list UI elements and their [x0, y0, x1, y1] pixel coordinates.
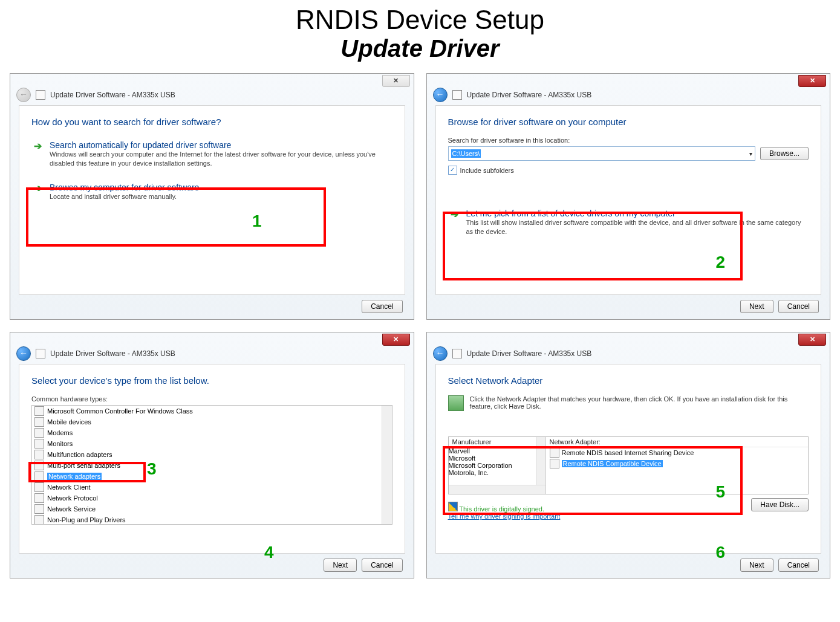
chip-icon	[36, 349, 45, 358]
path-combobox[interactable]: C:\Users\ ▾	[448, 146, 755, 161]
adapter-selector: Manufacturer Marvell Microsoft Microsoft…	[448, 436, 809, 494]
search-location-label: Search for driver software in this locat…	[448, 137, 809, 144]
next-button[interactable]: Next	[324, 559, 357, 572]
option-desc: Windows will search your computer and th…	[50, 150, 390, 168]
back-button: ←	[16, 88, 31, 102]
shield-icon	[448, 502, 458, 511]
screenshot-2: ✕ ← Update Driver Software - AM335x USB …	[426, 73, 831, 320]
arrow-icon: ➔	[451, 209, 458, 220]
window-title: Update Driver Software - AM335x USB	[50, 349, 175, 358]
arrow-icon: ➔	[34, 183, 42, 194]
cancel-button[interactable]: Cancel	[362, 300, 402, 313]
cancel-button[interactable]: Cancel	[778, 300, 819, 313]
option-browse-computer[interactable]: ➔ Browse my computer for driver software…	[31, 179, 392, 207]
list-item[interactable]: Multifunction adapters	[32, 449, 392, 460]
close-icon[interactable]: ✕	[382, 334, 410, 346]
list-item[interactable]: Microsoft	[449, 455, 545, 462]
device-icon	[34, 471, 44, 481]
device-type-listbox[interactable]: Microsoft Common Controller For Windows …	[31, 405, 392, 525]
option-desc: Locate and install driver software manua…	[50, 192, 390, 201]
chip-icon	[452, 90, 462, 100]
wizard-heading: Browse for driver software on your compu…	[448, 117, 809, 127]
network-icon	[448, 395, 464, 411]
page-title: RNDIS Device Setup	[0, 5, 840, 35]
list-item[interactable]: Non-Plug and Play Drivers	[32, 514, 392, 525]
chip-icon	[36, 90, 45, 100]
option-pick-from-list[interactable]: ➔ Let me pick from a list of device driv…	[448, 205, 809, 242]
signed-text: This driver is digitally signed.	[459, 505, 544, 513]
close-icon[interactable]: ✕	[798, 75, 826, 87]
scrollbar[interactable]	[382, 406, 392, 524]
include-subfolders-label: Include subfolders	[460, 167, 514, 174]
list-item-rndis-compatible[interactable]: Remote NDIS Compatible Device	[546, 458, 809, 469]
window-title: Update Driver Software - AM335x USB	[467, 91, 592, 99]
browse-button[interactable]: Browse...	[760, 147, 809, 160]
list-item[interactable]: Microsoft Corporation	[449, 462, 545, 469]
scrollbar[interactable]	[449, 485, 545, 494]
instruction-text: Click the Network Adapter that matches y…	[470, 395, 809, 410]
have-disk-button[interactable]: Have Disk...	[751, 498, 809, 511]
list-item[interactable]: Mobile devices	[32, 416, 392, 427]
list-item[interactable]: Marvell	[449, 447, 545, 455]
list-item[interactable]: Modems	[32, 427, 392, 438]
device-icon	[34, 461, 44, 470]
list-item[interactable]: Network Client	[32, 482, 392, 493]
screenshot-4: ✕ ← Update Driver Software - AM335x USB …	[426, 332, 831, 578]
option-desc: This list will show installed driver sof…	[466, 218, 807, 236]
window-title: Update Driver Software - AM335x USB	[50, 91, 175, 99]
device-icon	[34, 515, 44, 525]
next-button[interactable]: Next	[740, 300, 773, 313]
option-title: Browse my computer for driver software	[50, 183, 390, 192]
wizard-heading: How do you want to search for driver sof…	[31, 117, 392, 127]
device-icon	[550, 459, 559, 468]
device-icon	[34, 439, 44, 449]
screenshot-1: ✕ ← Update Driver Software - AM335x USB …	[10, 73, 414, 320]
cancel-button[interactable]: Cancel	[362, 559, 402, 572]
device-icon	[34, 406, 44, 416]
device-icon	[34, 428, 44, 438]
device-icon	[34, 482, 44, 492]
adapter-list[interactable]: Network Adapter: Remote NDIS based Inter…	[546, 437, 809, 494]
option-title: Search automatically for updated driver …	[50, 140, 390, 150]
column-header-manufacturer: Manufacturer	[449, 437, 545, 447]
signing-link[interactable]: Tell me why driver signing is important	[448, 513, 561, 520]
window-title: Update Driver Software - AM335x USB	[467, 349, 592, 358]
screenshot-3: ✕ ← Update Driver Software - AM335x USB …	[10, 332, 414, 578]
list-item[interactable]: Monitors	[32, 438, 392, 449]
list-item[interactable]: Network Service	[32, 504, 392, 514]
wizard-heading: Select Network Adapter	[448, 375, 809, 386]
back-button[interactable]: ←	[433, 88, 448, 102]
device-icon	[550, 448, 559, 458]
cancel-button[interactable]: Cancel	[778, 559, 819, 572]
back-button[interactable]: ←	[16, 346, 31, 361]
path-value: C:\Users\	[451, 149, 481, 158]
close-icon[interactable]: ✕	[798, 334, 826, 346]
chip-icon	[452, 349, 462, 358]
list-label: Common hardware types:	[31, 395, 392, 403]
list-item[interactable]: Remote NDIS based Internet Sharing Devic…	[546, 447, 809, 458]
list-item[interactable]: Network Protocol	[32, 493, 392, 504]
next-button[interactable]: Next	[740, 559, 773, 572]
include-subfolders-checkbox[interactable]: ✓	[448, 166, 457, 175]
chevron-down-icon: ▾	[749, 151, 752, 157]
wizard-heading: Select your device's type from the list …	[31, 375, 392, 386]
device-icon	[34, 504, 44, 514]
option-title: Let me pick from a list of device driver…	[466, 209, 807, 218]
device-icon	[34, 417, 44, 427]
list-item[interactable]: Motorola, Inc.	[449, 469, 545, 476]
list-item-network-adapters[interactable]: Network adapters	[32, 471, 392, 482]
list-item[interactable]: Multi-port serial adapters	[32, 460, 392, 471]
device-icon	[34, 450, 44, 459]
device-icon	[34, 493, 44, 503]
close-icon[interactable]: ✕	[382, 75, 410, 87]
option-search-auto[interactable]: ➔ Search automatically for updated drive…	[31, 137, 392, 174]
arrow-icon: ➔	[34, 140, 42, 152]
manufacturer-list[interactable]: Manufacturer Marvell Microsoft Microsoft…	[449, 437, 546, 494]
back-button[interactable]: ←	[433, 346, 448, 361]
list-item[interactable]: Microsoft Common Controller For Windows …	[32, 406, 392, 416]
column-header-adapter: Network Adapter:	[546, 437, 809, 447]
page-subtitle: Update Driver	[0, 35, 840, 62]
